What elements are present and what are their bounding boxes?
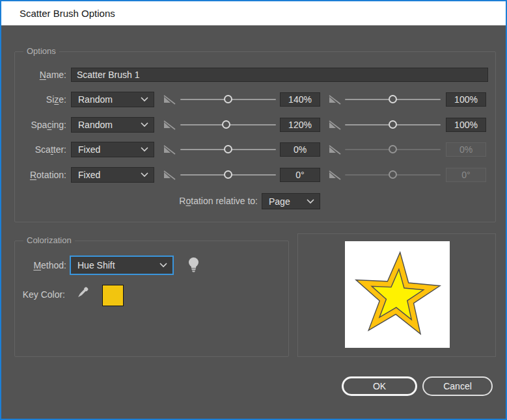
slider-nib-icon (328, 120, 341, 130)
scatter-label: Scatter: (20, 142, 66, 157)
spacing-max-slider[interactable] (345, 117, 441, 133)
chevron-down-icon (141, 122, 148, 127)
rotation-relative-dropdown[interactable]: Page (262, 193, 320, 209)
spacing-label: Spacing: (20, 117, 66, 133)
chevron-down-icon (141, 97, 148, 102)
scatter-max-slider-disabled (345, 142, 441, 157)
rotation-max-value-disabled: 0° (446, 168, 486, 182)
slider-nib-icon (163, 144, 176, 155)
spacing-min-value[interactable]: 120% (280, 118, 320, 132)
spacing-dropdown[interactable]: Random (71, 117, 154, 133)
rotation-relative-label: Rotation relative to: (99, 193, 258, 209)
rotation-max-slider-disabled (345, 167, 441, 183)
ok-button[interactable]: OK (342, 376, 417, 396)
spacing-max-value[interactable]: 100% (446, 118, 486, 132)
colorization-group-legend: Colorization (23, 235, 75, 245)
rotation-dropdown[interactable]: Fixed (71, 167, 154, 183)
method-dropdown[interactable]: Hue Shift (70, 256, 174, 275)
colorization-tips-bulb-icon[interactable] (188, 257, 199, 274)
star-preview-image (345, 241, 450, 348)
name-label: Name: (20, 68, 66, 82)
slider-nib-icon (328, 94, 341, 105)
slider-handle[interactable] (224, 95, 232, 103)
key-color-label: Key Color: (14, 285, 65, 305)
size-min-value[interactable]: 140% (280, 92, 320, 107)
rotation-min-slider[interactable] (180, 167, 276, 183)
slider-nib-icon (328, 170, 341, 180)
scatter-min-value[interactable]: 0% (280, 142, 320, 157)
scatter-min-slider[interactable] (180, 142, 276, 157)
rotation-label: Rotation: (20, 167, 66, 183)
chevron-down-icon (307, 199, 314, 204)
slider-nib-icon (328, 144, 341, 155)
spacing-min-slider[interactable] (180, 117, 276, 133)
slider-nib-icon (163, 170, 176, 180)
dialog-title: Scatter Brush Options (20, 8, 115, 19)
options-group-legend: Options (23, 46, 59, 56)
slider-handle[interactable] (389, 120, 397, 129)
slider-handle[interactable] (222, 120, 230, 129)
slider-handle[interactable] (224, 145, 232, 153)
size-min-slider[interactable] (180, 92, 276, 107)
slider-handle[interactable] (224, 170, 232, 179)
size-max-slider[interactable] (345, 92, 441, 107)
chevron-down-icon (141, 147, 148, 152)
brush-preview-panel (297, 233, 496, 357)
brush-preview-canvas (345, 241, 450, 348)
slider-nib-icon (163, 94, 176, 105)
size-label: Size: (20, 92, 66, 107)
slider-nib-icon (163, 120, 176, 130)
key-color-swatch[interactable] (102, 285, 124, 306)
chevron-down-icon (159, 263, 167, 268)
brush-name-input[interactable] (71, 68, 488, 82)
scatter-max-value-disabled: 0% (446, 142, 486, 157)
method-label: Method: (20, 256, 66, 275)
size-max-value[interactable]: 100% (446, 92, 486, 107)
size-dropdown[interactable]: Random (71, 92, 154, 107)
cancel-button[interactable]: Cancel (422, 376, 493, 396)
eyedropper-icon (72, 285, 90, 304)
slider-handle[interactable] (389, 95, 397, 103)
slider-handle (389, 170, 397, 179)
rotation-min-value[interactable]: 0° (280, 168, 320, 182)
title-bar: Scatter Brush Options (1, 1, 506, 25)
scatter-brush-options-dialog: Scatter Brush Options Options Name: Size… (0, 0, 507, 420)
scatter-dropdown[interactable]: Fixed (71, 142, 154, 157)
chevron-down-icon (141, 172, 148, 177)
slider-handle (389, 145, 397, 153)
